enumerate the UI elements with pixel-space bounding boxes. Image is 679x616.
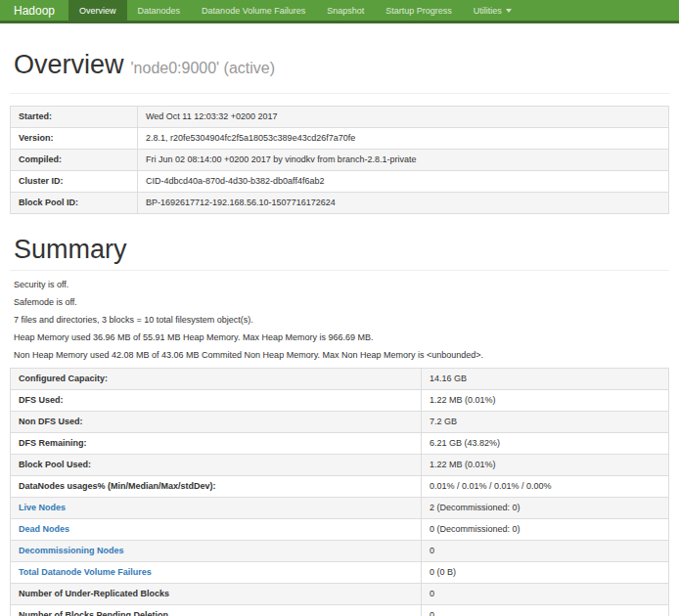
row-label-text: Cluster ID: xyxy=(19,176,64,186)
row-value: 0 (0 B) xyxy=(422,562,669,584)
nav-item-label: Datanode Volume Failures xyxy=(202,6,305,16)
divider xyxy=(10,270,669,271)
row-value: 0 (Decommissioned: 0) xyxy=(422,519,669,541)
table-row: Compiled:Fri Jun 02 08:14:00 +0200 2017 … xyxy=(11,149,669,170)
summary-note: Safemode is off. xyxy=(14,297,669,307)
table-row: Configured Capacity:14.16 GB xyxy=(11,369,669,390)
row-label-text: Version: xyxy=(19,133,54,143)
table-row: Started:Wed Oct 11 12:03:32 +0200 2017 xyxy=(11,106,669,127)
table-row: Cluster ID:CID-4dbcd40a-870d-4d30-b382-d… xyxy=(11,170,669,192)
row-label-text: Started: xyxy=(19,111,52,121)
row-label: Number of Blocks Pending Deletion xyxy=(11,605,422,616)
row-label: Dead Nodes xyxy=(11,519,422,541)
table-row: Number of Under-Replicated Blocks0 xyxy=(11,584,669,605)
nav-item-overview[interactable]: Overview xyxy=(68,0,127,21)
row-label: DataNodes usages% (Min/Median/Max/stdDev… xyxy=(11,476,422,498)
row-label: Total Datanode Volume Failures xyxy=(11,562,422,584)
summary-note: Heap Memory used 36.96 MB of 55.91 MB He… xyxy=(14,332,669,342)
row-label: Live Nodes xyxy=(11,498,422,519)
navbar-items: OverviewDatanodesDatanode Volume Failure… xyxy=(68,0,522,21)
row-value: 2.8.1, r20fe5304904fc2f5a18053c389e43cd2… xyxy=(138,127,669,149)
nav-item-snapshot[interactable]: Snapshot xyxy=(316,0,375,21)
row-label: Compiled: xyxy=(11,149,138,170)
row-label: Version: xyxy=(11,127,138,149)
row-value: 0 xyxy=(422,541,669,562)
row-value: BP-1692617712-192.168.56.10-150771617262… xyxy=(138,192,669,213)
table-row: DFS Remaining:6.21 GB (43.82%) xyxy=(11,433,669,455)
row-value: Wed Oct 11 12:03:32 +0200 2017 xyxy=(138,106,669,127)
hadoop-brand-link[interactable]: Hadoop xyxy=(0,0,68,21)
overview-title-text: Overview xyxy=(14,50,124,79)
row-value: 1.22 MB (0.01%) xyxy=(422,455,669,476)
row-label-text: DFS Remaining: xyxy=(19,438,87,448)
row-value: 7.2 GB xyxy=(422,412,669,433)
table-row: DataNodes usages% (Min/Median/Max/stdDev… xyxy=(11,476,669,498)
decommissioning-nodes-link[interactable]: Decommissioning Nodes xyxy=(19,546,124,555)
live-nodes-link[interactable]: Live Nodes xyxy=(19,503,66,512)
chevron-down-icon xyxy=(506,9,512,13)
row-value: 0 xyxy=(422,605,669,616)
row-label-text: DataNodes usages% (Min/Median/Max/stdDev… xyxy=(19,481,216,491)
table-row: Decommissioning Nodes0 xyxy=(11,541,669,562)
row-label-text: DFS Used: xyxy=(19,395,64,405)
table-row: Non DFS Used:7.2 GB xyxy=(11,412,669,433)
row-value: 2 (Decommissioned: 0) xyxy=(422,498,669,519)
namenode-address-status: 'node0:9000' (active) xyxy=(131,60,276,76)
summary-note: Security is off. xyxy=(14,280,669,289)
table-row: Dead Nodes0 (Decommissioned: 0) xyxy=(11,519,669,541)
nav-item-label: Startup Progress xyxy=(385,6,452,16)
overview-info-table: Started:Wed Oct 11 12:03:32 +0200 2017Ve… xyxy=(10,106,669,214)
nav-item-datanodes[interactable]: Datanodes xyxy=(127,0,192,21)
table-row: Live Nodes2 (Decommissioned: 0) xyxy=(11,498,669,519)
row-label-text: Block Pool Used: xyxy=(19,460,91,469)
row-value: 6.21 GB (43.82%) xyxy=(422,433,669,455)
overview-table-body: Started:Wed Oct 11 12:03:32 +0200 2017Ve… xyxy=(11,106,669,213)
page-content: Overview'node0:9000' (active) Started:We… xyxy=(0,51,679,616)
row-label-text: Number of Under-Replicated Blocks xyxy=(19,589,169,598)
nav-item-utilities[interactable]: Utilities xyxy=(463,0,522,21)
row-value: 1.22 MB (0.01%) xyxy=(422,390,669,412)
summary-note: 7 files and directories, 3 blocks = 10 t… xyxy=(14,315,669,325)
summary-title: Summary xyxy=(14,236,669,265)
row-value: 0.01% / 0.01% / 0.01% / 0.00% xyxy=(422,476,669,498)
row-label-text: Number of Blocks Pending Deletion xyxy=(19,610,168,616)
table-row: Total Datanode Volume Failures0 (0 B) xyxy=(11,562,669,584)
nav-item-label: Utilities xyxy=(474,6,502,16)
table-row: Block Pool Used:1.22 MB (0.01%) xyxy=(11,455,669,476)
row-label-text: Non DFS Used: xyxy=(19,417,83,426)
table-row: DFS Used:1.22 MB (0.01%) xyxy=(11,390,669,412)
navbar: Hadoop OverviewDatanodesDatanode Volume … xyxy=(0,0,679,23)
summary-note: Non Heap Memory used 42.08 MB of 43.06 M… xyxy=(14,350,669,360)
nav-item-label: Overview xyxy=(79,6,116,16)
row-label: Block Pool ID: xyxy=(11,192,138,213)
total-datanode-volume-failures-link[interactable]: Total Datanode Volume Failures xyxy=(19,567,152,577)
row-label: Configured Capacity: xyxy=(11,369,422,390)
row-label: DFS Remaining: xyxy=(11,433,422,455)
table-row: Version:2.8.1, r20fe5304904fc2f5a18053c3… xyxy=(11,127,669,149)
summary-notes: Security is off.Safemode is off.7 files … xyxy=(10,280,669,360)
row-label: Block Pool Used: xyxy=(11,455,422,476)
row-label: Cluster ID: xyxy=(11,170,138,192)
summary-table-body: Configured Capacity:14.16 GBDFS Used:1.2… xyxy=(11,369,669,616)
row-label: Non DFS Used: xyxy=(11,412,422,433)
row-label-text: Block Pool ID: xyxy=(19,198,78,207)
row-label-text: Compiled: xyxy=(19,154,62,164)
divider xyxy=(10,93,669,94)
row-label: DFS Used: xyxy=(11,390,422,412)
row-label-text: Configured Capacity: xyxy=(19,374,108,383)
row-value: Fri Jun 02 08:14:00 +0200 2017 by vinodk… xyxy=(138,149,669,170)
nav-item-label: Datanodes xyxy=(138,6,181,16)
row-value: CID-4dbcd40a-870d-4d30-b382-db0aff4f6ab2 xyxy=(138,170,669,192)
row-value: 0 xyxy=(422,584,669,605)
nav-item-label: Snapshot xyxy=(327,6,364,16)
summary-stats-table: Configured Capacity:14.16 GBDFS Used:1.2… xyxy=(10,368,669,616)
nav-item-startup-progress[interactable]: Startup Progress xyxy=(375,0,463,21)
table-row: Number of Blocks Pending Deletion0 xyxy=(11,605,669,616)
row-value: 14.16 GB xyxy=(422,369,669,390)
overview-title: Overview'node0:9000' (active) xyxy=(14,51,669,80)
row-label: Started: xyxy=(11,106,138,127)
row-label: Number of Under-Replicated Blocks xyxy=(11,584,422,605)
table-row: Block Pool ID:BP-1692617712-192.168.56.1… xyxy=(11,192,669,213)
nav-item-datanode-volume-failures[interactable]: Datanode Volume Failures xyxy=(191,0,316,21)
dead-nodes-link[interactable]: Dead Nodes xyxy=(19,524,69,534)
